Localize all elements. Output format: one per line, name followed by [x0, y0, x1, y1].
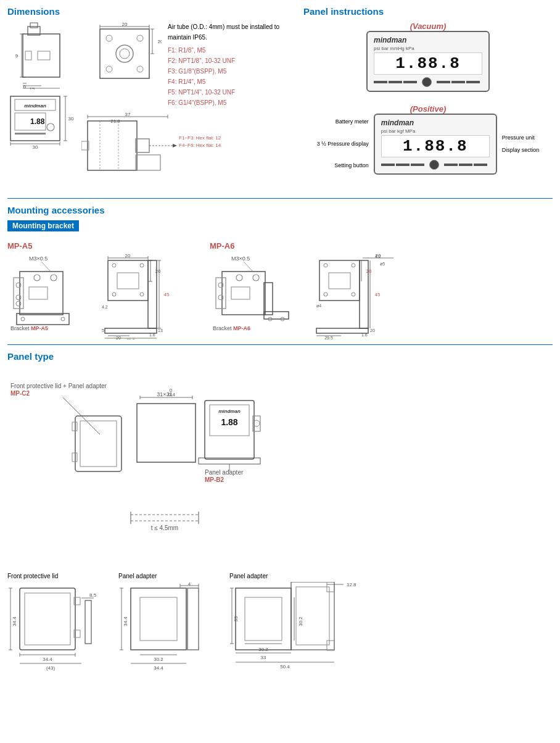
port-specs: Air tube (O.D.: 4mm) must be installed t…	[168, 22, 291, 108]
svg-text:45: 45	[164, 292, 170, 297]
svg-marker-55	[173, 144, 177, 147]
svg-text:Front protective lid + Panel a: Front protective lid + Panel adapter	[10, 383, 107, 389]
top-view-svg: 9 6 15 21	[10, 22, 72, 89]
svg-rect-79	[108, 260, 148, 301]
svg-point-81	[140, 264, 144, 267]
positive-display: mindman psi bar kgf MPa 1.88.8	[374, 114, 497, 175]
vacuum-label: (Vacuum)	[366, 22, 490, 31]
bracket-subsection-label: Mounting bracket	[7, 220, 79, 231]
svg-text:ø4: ø4	[316, 304, 321, 308]
svg-point-122	[352, 264, 355, 267]
mp-a5-content: M3×0.5	[7, 253, 179, 339]
bar6	[466, 81, 480, 83]
svg-text:20: 20	[155, 268, 161, 274]
panel-adapter2-title: Panel adapter	[229, 573, 365, 579]
svg-text:34.4: 34.4	[12, 616, 17, 626]
panel-type-diagram: Front protective lid + Panel adapter MP-…	[7, 367, 553, 567]
svg-text:Panel adapter: Panel adapter	[205, 469, 244, 476]
svg-rect-190	[187, 588, 199, 650]
svg-rect-144	[72, 453, 77, 462]
vacuum-bars2	[437, 81, 480, 83]
bar3	[403, 81, 417, 83]
mounting-accessories-section: Mounting accessories Mounting bracket MP…	[7, 205, 553, 339]
svg-text:1.6: 1.6	[361, 333, 368, 337]
mounting-accessories-title: Mounting accessories	[7, 205, 553, 215]
port-f6: F6: G1/4"(BSPP), M5	[168, 98, 291, 108]
port-f5: F5: NPT1/4", 10-32 UNF	[168, 87, 291, 98]
pbar6	[474, 164, 487, 166]
svg-rect-70	[29, 287, 47, 299]
svg-rect-143	[72, 422, 77, 431]
panel-adapter2-item: Panel adapter 33 30.2 30.2	[229, 573, 365, 676]
dimensions-section: Dimensions	[7, 6, 291, 192]
svg-rect-167	[20, 588, 75, 650]
svg-rect-131	[316, 328, 368, 333]
panel-type-labels: Front protective lid + Panel adapter MP-…	[7, 367, 553, 564]
top-section: Dimensions	[7, 6, 553, 192]
pbar2	[396, 164, 410, 166]
right-annotations: Pressure unit Display section	[502, 132, 540, 157]
svg-rect-4	[38, 51, 50, 60]
bar4	[437, 81, 450, 83]
panel-adapter1-svg: 4 34.4 30.2 34.4	[118, 582, 217, 675]
bracket-label-container: Mounting bracket	[7, 220, 553, 236]
svg-rect-2	[30, 23, 38, 28]
pressure-display-label: 3 ½ Pressure display	[317, 138, 369, 151]
svg-point-21	[47, 123, 54, 131]
svg-text:30.2: 30.2	[258, 647, 268, 652]
svg-point-39	[137, 66, 143, 72]
side-view-svg: 20	[81, 22, 162, 102]
mount-row: MP-A5 M3×0.5	[7, 241, 553, 339]
svg-point-83	[140, 293, 144, 296]
svg-point-65	[16, 283, 21, 288]
mp-a5-title: MP-A5	[7, 241, 32, 251]
svg-point-41	[120, 49, 130, 59]
svg-point-37	[137, 35, 143, 41]
positive-button	[429, 160, 439, 170]
svg-text:30: 30	[68, 116, 74, 122]
svg-text:-0.4: -0.4	[167, 392, 175, 397]
svg-text:M3×0.5: M3×0.5	[231, 255, 250, 262]
main-page: Dimensions	[0, 0, 560, 682]
svg-text:33: 33	[261, 655, 266, 660]
svg-text:mindman: mindman	[218, 409, 241, 414]
pbar4	[444, 164, 458, 166]
port-f1: F1: R1/8", M5	[168, 45, 291, 56]
panel-type-section: Panel type Front protective lid + Panel …	[7, 351, 553, 676]
svg-text:MP-B2: MP-B2	[205, 476, 224, 483]
display-section-label: Display section	[502, 144, 540, 157]
bar2	[389, 81, 402, 83]
air-tube-note: Air tube (O.D.: 4mm) must be installed t…	[168, 22, 291, 43]
svg-rect-113	[264, 312, 289, 319]
positive-logo-row: mindman	[381, 118, 490, 127]
mp-a6-title: MP-A6	[210, 241, 234, 251]
panel-type-svg-container: Front protective lid + Panel adapter MP-…	[7, 367, 553, 564]
svg-point-73	[61, 317, 65, 321]
svg-rect-111	[231, 287, 250, 299]
svg-text:M3×0.5: M3×0.5	[29, 255, 47, 262]
svg-point-124	[352, 293, 355, 296]
svg-point-40	[116, 45, 133, 62]
svg-text:37: 37	[125, 112, 131, 117]
positive-label: (Positive)	[317, 104, 540, 114]
pbar3	[411, 164, 424, 166]
svg-text:ø5: ø5	[380, 262, 385, 266]
device-views-left: 9 6 15 21	[7, 22, 75, 149]
dimension-drawings: 9 6 15 21	[7, 22, 291, 192]
panel-instructions-title: Panel instructions	[303, 6, 553, 17]
svg-text:4.2: 4.2	[102, 305, 108, 309]
svg-rect-214	[296, 587, 329, 645]
unit-row-positive: psi bar kgf MPa	[381, 128, 490, 134]
svg-point-82	[112, 293, 116, 296]
svg-point-123	[324, 293, 327, 296]
svg-rect-120	[319, 260, 360, 301]
svg-rect-84	[117, 273, 139, 289]
positive-bars	[381, 164, 424, 166]
svg-rect-168	[25, 593, 70, 645]
svg-text:45: 45	[375, 292, 381, 297]
svg-text:34.4: 34.4	[154, 665, 163, 671]
svg-line-62	[41, 262, 51, 272]
svg-text:29.5: 29.5	[126, 338, 135, 339]
positive-annotated: Battery meter 3 ½ Pressure display Setti…	[317, 114, 540, 175]
mp-a6-3d-svg: M3×0.5 Bracket MP-A	[210, 253, 308, 333]
